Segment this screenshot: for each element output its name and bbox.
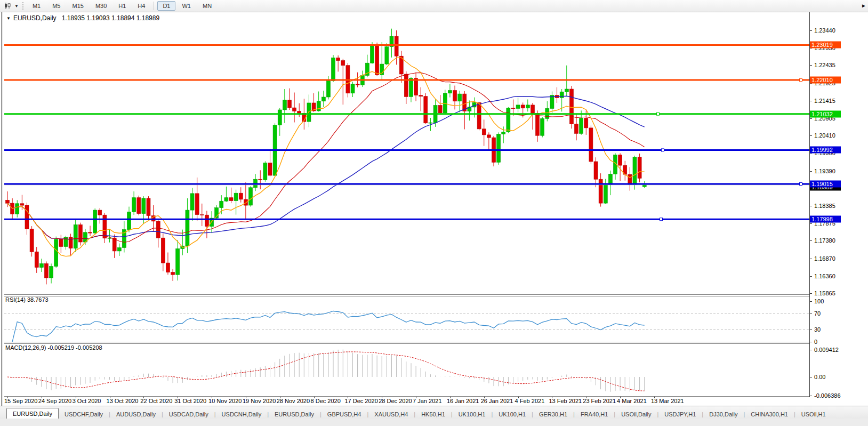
hline-price-tag: 1.23019 [810,42,841,49]
macd-axis-tick [810,377,812,377]
chart-tab-uk100-h1[interactable]: UK100,H1 [453,409,492,419]
mt4-terminal: { "toolbar": { "chart_type_icon": "candl… [0,0,868,426]
chart-ohlc: 1.18935 1.19093 1.18894 1.18989 [62,14,160,22]
timeframe-button-h4[interactable]: H4 [132,1,150,11]
macd-axis-tick [810,350,812,350]
toolbar-separator [154,2,154,10]
chart-tab-usdcnh-daily[interactable]: USDCNH,Daily [216,409,268,419]
time-axis-label: 13 Feb 2021 [549,398,582,404]
bottom-filler [0,419,868,426]
time-axis-label: 8 Dec 2020 [311,398,341,404]
price-axis-tick-label: 1.23440 [814,27,835,34]
chart-tab-hk50-h1[interactable]: HK50,H1 [415,409,451,419]
price-axis[interactable]: 1.234401.229301.224351.219251.214151.209… [809,12,868,397]
price-axis-tick-label: 1.19390 [814,168,835,174]
macd-axis-tick-label: 0.009412 [814,347,839,353]
price-axis-tick [810,293,812,294]
macd-panel[interactable] [4,343,809,396]
macd-label: MACD(12,26,9) -0.005219 -0.005208 [5,344,102,351]
chart-tab-usdchf-daily[interactable]: USDCHF,Daily [59,409,109,419]
time-axis-label: 10 Nov 2020 [208,398,242,404]
timeframe-button-m5[interactable]: M5 [47,1,66,11]
timeframe-button-d1[interactable]: D1 [157,1,175,11]
chart-tab-usoil-h1[interactable]: USOil,H1 [795,409,832,419]
rsi-axis-tick [810,342,812,342]
chart-tab-uk100-h1[interactable]: UK100,H1 [493,409,532,419]
hline-price-tag: 1.19992 [810,147,841,154]
hline-price-tag: 1.22010 [810,77,841,84]
price-axis-tick-label: 1.22435 [814,62,835,68]
price-axis-tick [810,276,812,277]
rsi-axis-tick [810,301,812,302]
chart-type-dropdown-icon[interactable]: ▼ [14,4,19,9]
rsi-axis-tick-label: 0 [814,339,817,345]
price-axis-tick [810,223,812,224]
price-axis-tick-label: 1.15865 [814,290,835,296]
time-axis-label: 17 Dec 2020 [344,398,377,404]
hline-price-tag: 1.17998 [810,216,841,223]
price-axis-tick-label: 1.20410 [814,132,835,139]
chart-tab-fra40-h1[interactable]: FRA40,H1 [575,409,614,419]
timeframe-button-h1[interactable]: H1 [113,1,131,11]
chart-tab-usdcad-daily[interactable]: USDCAD,Daily [163,409,214,419]
price-axis-tick [810,240,812,241]
tab-scroll-right-icon[interactable]: ► [861,3,866,9]
symbol-dropdown-icon[interactable]: ▼ [6,16,11,21]
rsi-axis-tick-label: 30 [814,326,821,333]
time-axis-label: 28 Dec 2020 [379,398,412,404]
rsi-axis-tick [810,329,812,330]
chart-symbol-period: EURUSD,Daily [13,14,57,22]
rsi-axis-tick [810,314,812,314]
hline-price-tag: 1.21032 [810,110,841,117]
macd-axis-tick-label: 0.00 [814,374,825,380]
time-axis-label: 31 Oct 2020 [174,398,206,404]
timeframe-button-m30[interactable]: M30 [90,1,112,11]
price-axis-tick [810,259,812,259]
candlestick-chart-icon[interactable] [2,2,13,10]
chart-tab-eurusd-daily[interactable]: EURUSD,Daily [6,408,59,419]
chart-tab-audusd-daily[interactable]: AUDUSD,Daily [110,409,162,419]
time-axis-label: 15 Sep 2020 [4,398,37,404]
time-axis-label: 4 Mar 2021 [617,398,647,404]
timeframe-button-m1[interactable]: M1 [27,1,46,11]
time-axis-label: 3 Oct 2020 [73,398,101,404]
timeframe-button-mn[interactable]: MN [197,1,217,11]
price-axis-tick [810,171,812,172]
time-axis-label: 28 Nov 2020 [277,398,310,404]
time-axis-label: 22 Oct 2020 [140,398,172,404]
price-axis-tick-label: 1.17380 [814,237,835,244]
main-chart-panel[interactable] [4,13,809,294]
time-axis-label: 16 Jan 2021 [447,398,479,404]
time-axis-label: 24 Sep 2020 [38,398,71,404]
chart-title: ▼EURUSD,Daily 1.18935 1.19093 1.18894 1.… [6,14,159,22]
timeframe-button-w1[interactable]: W1 [176,1,196,11]
time-axis-label: 7 Jan 2021 [413,398,441,404]
time-axis-label: 26 Jan 2021 [481,398,513,404]
time-axis-label: 13 Oct 2020 [107,398,139,404]
time-axis-label: 19 Nov 2020 [243,398,276,404]
price-axis-tick [810,206,812,206]
rsi-label: RSI(14) 38.7673 [5,296,49,303]
window-left-border [1,12,2,406]
rsi-panel[interactable] [4,296,809,342]
chart-tab-gbpusd-h4[interactable]: GBPUSD,H4 [322,409,367,419]
price-axis-tick-label: 1.16870 [814,255,835,262]
chart-tab-usdjpy-h1[interactable]: USDJPY,H1 [658,409,702,419]
macd-axis-tick [810,396,812,396]
chart-tab-china300-h1[interactable]: CHINA300,H1 [745,409,794,419]
chart-tab-ger30-h1[interactable]: GER30,H1 [533,409,573,419]
toolbar-grip [22,2,23,10]
chart-tab-usoil-daily[interactable]: USOil,Daily [615,409,657,419]
rsi-axis-tick-label: 100 [814,298,824,304]
price-axis-tick [810,118,812,119]
time-axis[interactable]: 15 Sep 202024 Sep 20203 Oct 202013 Oct 2… [4,397,809,405]
chart-tab-eurusd-daily[interactable]: EURUSD,Daily [269,409,320,419]
time-axis-label: 4 Feb 2021 [515,398,545,404]
timeframe-toolbar: ▼ M1M5M15M30H1H4D1W1MN [0,0,868,12]
hline-price-tag: 1.19015 [810,180,841,187]
chart-tab-bar: EURUSD,DailyUSDCHF,Daily|AUDUSD,Daily|US… [0,406,868,419]
chart-tab-dj30-daily[interactable]: DJ30,Daily [703,409,743,419]
chart-tab-xauusd-h4[interactable]: XAUUSD,H4 [368,409,414,419]
timeframe-button-m15[interactable]: M15 [67,1,89,11]
price-axis-tick [810,30,812,31]
